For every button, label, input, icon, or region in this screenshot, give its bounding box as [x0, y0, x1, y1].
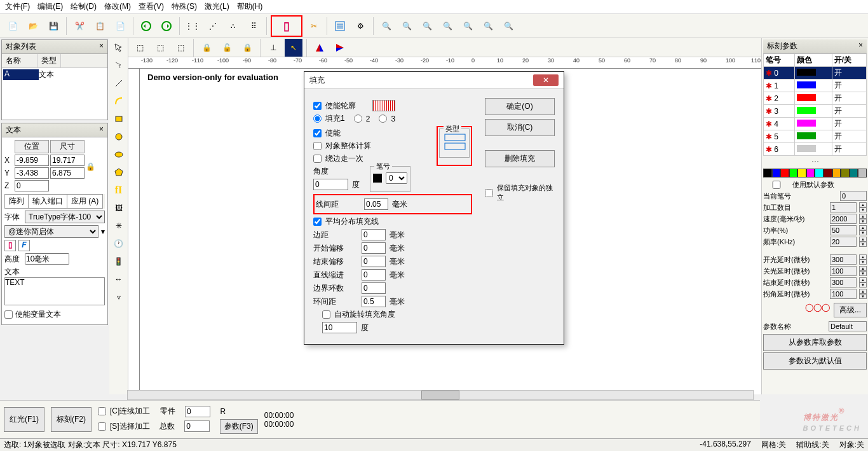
- zoom-sel-icon[interactable]: 🔍: [459, 17, 477, 35]
- sel1-icon[interactable]: ⬚: [131, 39, 149, 57]
- total-input[interactable]: [184, 420, 210, 432]
- font-select[interactable]: TrueType字体-100: [25, 211, 105, 223]
- pen-row[interactable]: ✱ 2开: [764, 92, 867, 105]
- close-icon[interactable]: ×: [858, 41, 863, 52]
- color-palette[interactable]: [763, 169, 867, 177]
- linesp-input[interactable]: [364, 198, 388, 210]
- pen-row[interactable]: ✱ 0开: [764, 67, 867, 80]
- clock-icon[interactable]: 🕐: [112, 237, 126, 251]
- freq-input[interactable]: [830, 237, 857, 247]
- dialog-close-button[interactable]: ✕: [533, 74, 559, 86]
- horizontal-scrollbar[interactable]: [127, 390, 754, 400]
- w-input[interactable]: [50, 155, 85, 166]
- setdefault-button[interactable]: 参数设为默认值: [763, 352, 867, 370]
- edge-input[interactable]: [362, 229, 386, 240]
- mirror-h-icon[interactable]: [311, 39, 329, 57]
- var-text-checkbox[interactable]: [4, 310, 13, 319]
- default-checkbox[interactable]: [763, 181, 790, 189]
- palette-color[interactable]: [789, 169, 798, 177]
- power-input[interactable]: [830, 225, 857, 235]
- keep-checkbox[interactable]: [485, 189, 493, 197]
- lock-icon[interactable]: 🔒: [86, 162, 98, 171]
- fill3-radio[interactable]: [379, 114, 387, 123]
- dots3-icon[interactable]: ∴: [224, 17, 242, 35]
- cancel-button[interactable]: 取消(C): [485, 119, 555, 136]
- palette-color[interactable]: [815, 169, 824, 177]
- ring-input[interactable]: [362, 296, 386, 307]
- hatch-icon[interactable]: ▯: [271, 15, 302, 37]
- offdelay-input[interactable]: [830, 266, 857, 276]
- whole-checkbox[interactable]: [313, 142, 322, 150]
- lock3-icon[interactable]: 🔒: [238, 39, 256, 57]
- spinner[interactable]: ▲▼: [859, 277, 867, 288]
- text-input[interactable]: TEXT: [4, 277, 105, 305]
- spinner[interactable]: ▲▼: [859, 254, 867, 265]
- open-icon[interactable]: 📂: [24, 17, 42, 35]
- zoom-icon[interactable]: 🔍: [377, 17, 395, 35]
- contour-checkbox[interactable]: [313, 102, 322, 110]
- ondelay-input[interactable]: [830, 254, 857, 265]
- pen-row[interactable]: ✱ 4开: [764, 118, 867, 130]
- speed-input[interactable]: [830, 214, 857, 224]
- align-icon[interactable]: ⊥: [264, 39, 282, 57]
- mirror-v-icon[interactable]: [331, 39, 349, 57]
- menu-help[interactable]: 帮助(H): [237, 1, 263, 12]
- linered-input[interactable]: [362, 269, 386, 281]
- spinner[interactable]: ▲▼: [859, 289, 867, 299]
- dots1-icon[interactable]: ⋮⋮: [184, 17, 201, 35]
- enable-checkbox[interactable]: [313, 129, 322, 137]
- fromlib-button[interactable]: 从参数库取参数: [763, 334, 867, 351]
- line-icon[interactable]: [112, 76, 126, 90]
- polygon-icon[interactable]: [112, 165, 126, 179]
- tab-io[interactable]: 输入端口: [28, 194, 67, 209]
- paste-icon[interactable]: 📄: [111, 17, 129, 35]
- vector-icon[interactable]: ✳: [112, 219, 126, 233]
- rotate-checkbox[interactable]: [322, 310, 330, 319]
- z-input[interactable]: [15, 180, 49, 191]
- menu-edit[interactable]: 编辑(E): [37, 1, 63, 12]
- text-icon[interactable]: fI: [112, 183, 126, 197]
- light-icon[interactable]: 🚦: [112, 254, 126, 268]
- palette-color[interactable]: [797, 169, 806, 177]
- h-input[interactable]: [50, 167, 85, 179]
- zoom-all-icon[interactable]: 🔍: [479, 17, 497, 35]
- pen-select[interactable]: 0: [386, 172, 407, 184]
- dropdown-icon[interactable]: ▾: [101, 227, 105, 236]
- lock1-icon[interactable]: 🔒: [198, 39, 215, 57]
- tab-apply[interactable]: 应用 (A): [67, 194, 103, 209]
- palette-color[interactable]: [772, 169, 781, 177]
- pattern-icon[interactable]: [372, 100, 395, 111]
- lock2-icon[interactable]: 🔓: [218, 39, 236, 57]
- pen-row[interactable]: ✱ 3开: [764, 105, 867, 118]
- close-icon[interactable]: ×: [99, 41, 104, 52]
- delete-hatch-button[interactable]: 删除填充: [485, 150, 555, 167]
- palette-color[interactable]: [806, 169, 815, 177]
- menu-laser[interactable]: 激光(L): [205, 1, 229, 12]
- around-checkbox[interactable]: [313, 155, 322, 163]
- enddelay-input[interactable]: [830, 277, 857, 288]
- zoom-fit-icon[interactable]: 🔍: [438, 17, 456, 35]
- paramname-input[interactable]: [829, 321, 867, 331]
- fill2-radio[interactable]: [354, 114, 362, 123]
- fontname-select[interactable]: @迷你简启体: [4, 225, 98, 238]
- copy-icon[interactable]: 📋: [91, 17, 109, 35]
- y-input[interactable]: [15, 167, 49, 179]
- pen-row[interactable]: ✱ 6开: [764, 143, 867, 156]
- dots2-icon[interactable]: ⋰: [204, 17, 222, 35]
- palette-color[interactable]: [841, 169, 850, 177]
- selmark-checkbox[interactable]: [98, 422, 106, 431]
- avg-checkbox[interactable]: [313, 218, 322, 226]
- spinner[interactable]: ▲▼: [859, 237, 867, 247]
- zoom-in-icon[interactable]: 🔍: [398, 17, 416, 35]
- pen-row[interactable]: ✱ 5开: [764, 130, 867, 143]
- menu-view[interactable]: 查看(V): [139, 1, 164, 12]
- more-icon[interactable]: ▿: [112, 290, 126, 304]
- loops-input[interactable]: [362, 282, 386, 294]
- spinner[interactable]: ▲▼: [859, 225, 867, 235]
- parts-input[interactable]: [185, 406, 210, 417]
- count-input[interactable]: [830, 202, 857, 212]
- close-icon[interactable]: ×: [99, 125, 104, 135]
- advanced-button[interactable]: 高级...: [834, 303, 867, 317]
- redo-icon[interactable]: [158, 17, 175, 35]
- ok-button[interactable]: 确定(O): [485, 98, 555, 115]
